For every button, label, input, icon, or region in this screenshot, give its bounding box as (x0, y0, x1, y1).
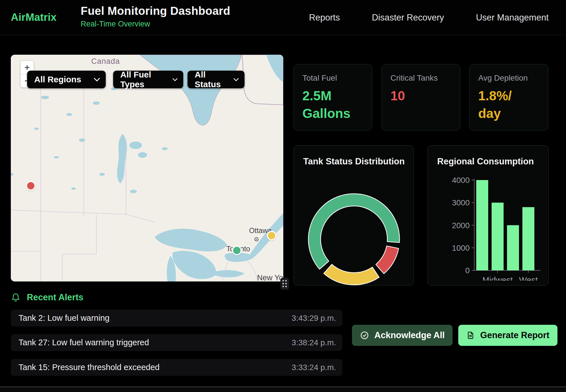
title-block: Fuel Monitoring Dashboard Real-Time Over… (81, 5, 230, 28)
tank-status-title: Tank Status Distribution (303, 156, 414, 167)
stat-card-avg-depletion: Avg Depletion 1.8%/ day (469, 64, 548, 130)
check-circle-icon (360, 331, 369, 340)
alert-time: 3:38:24 p.m. (292, 338, 336, 347)
stat-label: Avg Depletion (478, 74, 539, 83)
region-filter-value: All Regions (34, 75, 81, 84)
stat-label: Total Fuel (302, 74, 363, 83)
svg-text:1000: 1000 (452, 244, 470, 252)
stat-value: 2.5M Gallons (302, 87, 363, 122)
bar-1 (492, 203, 504, 270)
svg-text:West: West (519, 275, 538, 281)
svg-text:0: 0 (465, 266, 470, 275)
bar-2 (507, 225, 519, 271)
status-filter-select[interactable]: All Status (188, 71, 245, 88)
file-text-icon (466, 331, 475, 340)
alerts-title: Recent Alerts (27, 292, 84, 303)
map-resize-handle[interactable] (280, 278, 289, 290)
donut-segment (324, 264, 379, 285)
svg-text:2000: 2000 (452, 221, 470, 230)
region-filter-select[interactable]: All Regions (27, 71, 106, 88)
regional-consumption-bar-chart: 01000200030004000MidwestWest (428, 167, 549, 281)
alert-text: Tank 15: Pressure threshold exceeded (19, 363, 160, 372)
map-town-dot-inner (256, 239, 257, 240)
alert-row[interactable]: Tank 15: Pressure threshold exceeded 3:3… (11, 359, 342, 376)
stat-card-critical-tanks: Critical Tanks 10 (382, 64, 460, 130)
fuel-type-filter-value: All Fuel Types (120, 70, 167, 89)
nav-disaster-recovery[interactable]: Disaster Recovery (372, 13, 444, 23)
map-label-newyork: New York (257, 273, 283, 281)
stat-label: Critical Tanks (390, 74, 451, 83)
tank-marker-critical[interactable] (26, 181, 36, 191)
svg-text:Midwest: Midwest (482, 275, 513, 281)
stat-value: 10 (390, 87, 451, 105)
regional-consumption-card: Regional Consumption 01000200030004000Mi… (427, 145, 549, 285)
bar-3 (522, 207, 534, 270)
alert-time: 3:43:29 p.m. (292, 314, 336, 323)
map-label-canada: Canada (91, 57, 120, 66)
stat-card-total-fuel: Total Fuel 2.5M Gallons (294, 64, 372, 130)
map-lake-small-1 (129, 142, 142, 149)
regional-consumption-title: Regional Consumption (437, 156, 548, 167)
generate-report-button[interactable]: Generate Report (458, 325, 557, 346)
svg-text:4000: 4000 (452, 176, 470, 185)
chevron-down-icon (172, 78, 178, 81)
map-panel[interactable]: Canada Ottawa Toronto New York + − All R… (11, 55, 283, 281)
bell-icon (11, 293, 21, 302)
generate-report-label: Generate Report (480, 330, 549, 340)
bar-0 (476, 180, 488, 270)
nav-reports[interactable]: Reports (309, 13, 340, 23)
tank-status-donut-chart (294, 167, 414, 292)
acknowledge-all-label: Acknowledge All (374, 330, 445, 340)
donut-segment (376, 246, 399, 273)
map-filters: All Regions All Fuel Types All Status (27, 71, 245, 88)
nav-user-management[interactable]: User Management (476, 13, 549, 23)
tank-marker-normal[interactable] (232, 246, 242, 255)
brand-logo: AirMatrix (11, 11, 56, 23)
svg-text:3000: 3000 (452, 198, 470, 207)
page-subtitle: Real-Time Overview (81, 20, 230, 28)
app-header: AirMatrix Fuel Monitoring Dashboard Real… (0, 0, 566, 35)
chevron-down-icon (233, 78, 239, 81)
alert-text: Tank 27: Low fuel warning triggered (19, 338, 149, 347)
footer-divider (0, 387, 566, 392)
alert-text: Tank 2: Low fuel warning (19, 313, 109, 323)
stat-value: 1.8%/ day (478, 87, 539, 122)
tank-status-card: Tank Status Distribution (294, 145, 414, 285)
alert-row[interactable]: Tank 2: Low fuel warning 3:43:29 p.m. (11, 310, 342, 326)
alert-time: 3:33:24 p.m. (292, 363, 336, 372)
fuel-type-filter-select[interactable]: All Fuel Types (113, 71, 183, 88)
tank-marker-warning[interactable] (267, 231, 276, 240)
alerts-header: Recent Alerts (11, 292, 84, 303)
map-lake-small-2 (138, 152, 147, 158)
main-nav: Reports Disaster Recovery User Managemen… (309, 0, 549, 35)
status-filter-value: All Status (195, 70, 228, 89)
acknowledge-all-button[interactable]: Acknowledge All (352, 325, 453, 346)
alert-row[interactable]: Tank 27: Low fuel warning triggered 3:38… (11, 334, 342, 351)
fuel-dashboard-app: AirMatrix Fuel Monitoring Dashboard Real… (0, 0, 566, 392)
chevron-down-icon (94, 78, 100, 81)
page-title: Fuel Monitoring Dashboard (81, 5, 230, 17)
